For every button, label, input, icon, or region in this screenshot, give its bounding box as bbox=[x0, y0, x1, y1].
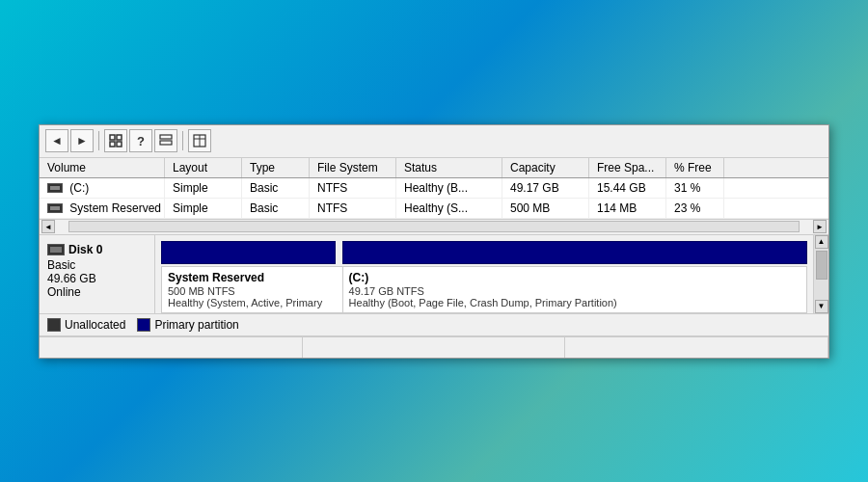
col-header-capacity[interactable]: Capacity bbox=[502, 158, 589, 177]
toolbar-btn-help[interactable]: ? bbox=[129, 129, 152, 152]
col-header-layout[interactable]: Layout bbox=[165, 158, 242, 177]
col-header-filesystem[interactable]: File System bbox=[310, 158, 396, 177]
cell-volume-sr: System Reserved bbox=[40, 199, 165, 218]
col-header-type[interactable]: Type bbox=[242, 158, 310, 177]
c-partition-health: Healthy (Boot, Page File, Crash Dump, Pr… bbox=[349, 297, 800, 308]
toolbar-btn-grid[interactable] bbox=[104, 129, 127, 152]
col-header-volume[interactable]: Volume bbox=[40, 158, 165, 177]
legend-primary-label: Primary partition bbox=[154, 318, 238, 332]
col-header-pctfree[interactable]: % Free bbox=[666, 158, 724, 177]
legend-unallocated-box bbox=[47, 318, 61, 332]
cell-pctfree-c: 31 % bbox=[666, 178, 724, 198]
svg-rect-2 bbox=[110, 142, 115, 147]
partition-bar-system-reserved[interactable] bbox=[161, 241, 336, 264]
table-header: Volume Layout Type File System Status Ca… bbox=[40, 158, 828, 178]
cell-volume-c: (C:) bbox=[40, 178, 165, 198]
partition-detail-system-reserved[interactable]: System Reserved 500 MB NTFS Healthy (Sys… bbox=[161, 266, 342, 313]
svg-rect-0 bbox=[110, 135, 115, 140]
cell-type-c: Basic bbox=[242, 178, 310, 198]
status-cell-1 bbox=[40, 337, 303, 358]
disk-name: Disk 0 bbox=[47, 243, 147, 256]
toolbar-btn-view2[interactable] bbox=[188, 129, 211, 152]
svg-rect-1 bbox=[117, 135, 122, 140]
disk-section: Disk 0 Basic 49.66 GB Online System Rese… bbox=[40, 235, 828, 314]
scroll-up-arrow[interactable]: ▲ bbox=[815, 235, 828, 249]
cell-status-sr: Healthy (S... bbox=[396, 199, 502, 218]
disk-size: 49.66 GB bbox=[47, 272, 147, 285]
status-cell-2 bbox=[303, 337, 566, 358]
separator-1 bbox=[98, 131, 99, 150]
svg-rect-4 bbox=[160, 135, 172, 139]
disk-info-panel: Disk 0 Basic 49.66 GB Online bbox=[40, 235, 155, 313]
disk-management-window: ◄ ► ? bbox=[39, 124, 829, 359]
sr-partition-health: Healthy (System, Active, Primary bbox=[168, 297, 337, 308]
toolbar: ◄ ► ? bbox=[40, 125, 828, 158]
svg-rect-3 bbox=[117, 142, 122, 147]
cell-type-sr: Basic bbox=[242, 199, 310, 218]
horizontal-scrollbar[interactable]: ◄ ► bbox=[40, 220, 828, 235]
partition-bar-row bbox=[161, 241, 807, 264]
legend-primary: Primary partition bbox=[137, 318, 238, 332]
scroll-track[interactable] bbox=[68, 221, 800, 232]
c-partition-size: 49.17 GB NTFS bbox=[349, 285, 800, 297]
cell-status-c: Healthy (B... bbox=[396, 178, 502, 198]
scroll-right-arrow[interactable]: ► bbox=[813, 220, 827, 233]
status-bar bbox=[40, 336, 828, 358]
table-row[interactable]: System Reserved Simple Basic NTFS Health… bbox=[40, 199, 828, 219]
partition-bar-c[interactable] bbox=[342, 241, 807, 264]
legend-unallocated-label: Unallocated bbox=[65, 318, 125, 332]
cell-capacity-sr: 500 MB bbox=[502, 199, 589, 218]
separator-2 bbox=[182, 131, 183, 150]
back-button[interactable]: ◄ bbox=[45, 129, 68, 152]
disk-status: Online bbox=[47, 285, 147, 299]
sr-partition-size: 500 MB NTFS bbox=[168, 285, 337, 297]
partition-detail-c[interactable]: (C:) 49.17 GB NTFS Healthy (Boot, Page F… bbox=[342, 266, 807, 313]
forward-button[interactable]: ► bbox=[70, 129, 94, 152]
partitions-detail: System Reserved 500 MB NTFS Healthy (Sys… bbox=[161, 266, 807, 313]
col-header-freespace[interactable]: Free Spa... bbox=[589, 158, 666, 177]
cell-layout-sr: Simple bbox=[165, 199, 242, 218]
scroll-thumb[interactable] bbox=[816, 251, 827, 280]
sr-partition-name: System Reserved bbox=[168, 271, 337, 284]
cell-capacity-c: 49.17 GB bbox=[502, 178, 589, 198]
c-partition-name: (C:) bbox=[349, 271, 800, 284]
legend-row: Unallocated Primary partition bbox=[40, 314, 828, 336]
volume-table: Volume Layout Type File System Status Ca… bbox=[40, 158, 828, 220]
toolbar-btn-view1[interactable] bbox=[154, 129, 177, 152]
col-header-status[interactable]: Status bbox=[396, 158, 502, 177]
legend-primary-box bbox=[137, 318, 150, 332]
cell-fs-c: NTFS bbox=[310, 178, 396, 198]
cell-freespace-sr: 114 MB bbox=[589, 199, 666, 218]
scroll-left-arrow[interactable]: ◄ bbox=[41, 220, 55, 233]
legend-unallocated: Unallocated bbox=[47, 318, 125, 332]
cell-fs-sr: NTFS bbox=[310, 199, 396, 218]
vertical-scrollbar[interactable]: ▲ ▼ bbox=[813, 235, 828, 313]
cell-layout-c: Simple bbox=[165, 178, 242, 198]
disk-drive-icon bbox=[47, 244, 65, 255]
svg-rect-5 bbox=[160, 141, 172, 145]
disk-type: Basic bbox=[47, 258, 147, 272]
cell-pctfree-sr: 23 % bbox=[666, 199, 724, 218]
partition-area: System Reserved 500 MB NTFS Healthy (Sys… bbox=[155, 235, 813, 313]
drive-icon bbox=[47, 203, 63, 213]
table-row[interactable]: (C:) Simple Basic NTFS Healthy (B... 49.… bbox=[40, 178, 828, 199]
drive-icon bbox=[47, 183, 63, 193]
scroll-down-arrow[interactable]: ▼ bbox=[815, 300, 828, 313]
cell-freespace-c: 15.44 GB bbox=[589, 178, 666, 198]
status-cell-3 bbox=[565, 337, 828, 358]
